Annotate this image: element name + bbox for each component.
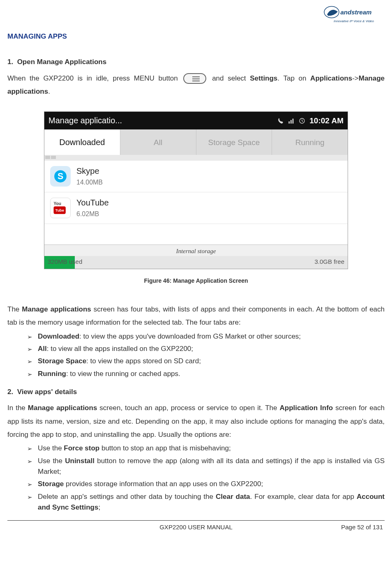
svg-rect-3 xyxy=(291,120,292,124)
svg-text:S: S xyxy=(58,172,63,182)
app-list: S Skype 14.00MB You Tube YouTube xyxy=(44,161,348,245)
clock-icon xyxy=(299,118,305,124)
embedded-screenshot: Manage applicatio... 10:02 AM Downloaded… xyxy=(44,111,348,269)
storage-used-label: 320MB used xyxy=(48,257,82,266)
footer-page-number: Page 52 of 131 xyxy=(258,522,383,532)
storage-section-label: Internal storage xyxy=(44,247,348,256)
storage-free-label: 3.0GB free xyxy=(314,257,344,266)
options-bullet-list: Use the Force stop button to stop an app… xyxy=(7,443,385,513)
phone-status-bar: Manage applicatio... 10:02 AM xyxy=(44,112,348,129)
step-1-heading: 1. Open Manage Applications xyxy=(7,57,385,67)
step-2-paragraph: In the Manage applications screen, touch… xyxy=(7,401,385,441)
section-heading: MANAGING APPS xyxy=(7,31,385,42)
step-2-heading: 2. View apps' details xyxy=(7,387,385,397)
list-item[interactable]: You Tube YouTube 6.02MB xyxy=(44,192,348,224)
tabs-bullet-list: Downloaded: to view the apps you've down… xyxy=(7,331,385,379)
list-item: Delete an app's settings and other data … xyxy=(27,491,385,513)
brand-logo: andstream Innovative IP Voice & Video xyxy=(323,4,385,24)
tab-storage-space[interactable]: Storage Space xyxy=(196,129,272,155)
logo-tagline: Innovative IP Voice & Video xyxy=(334,19,374,24)
phone-icon xyxy=(277,118,284,124)
app-tabs: Downloaded All Storage Space Running xyxy=(44,129,348,155)
app-size-label: 14.00MB xyxy=(76,178,103,188)
tab-all[interactable]: All xyxy=(120,129,196,155)
svg-text:andstream: andstream xyxy=(341,9,372,16)
page-footer: GXP2200 USER MANUAL Page 52 of 131 xyxy=(7,521,385,532)
screen-title: Manage applicatio... xyxy=(48,114,122,127)
list-item: Running: to view the running or cached a… xyxy=(27,369,385,379)
tab-downloaded[interactable]: Downloaded xyxy=(44,129,120,155)
menu-button-icon xyxy=(183,73,206,84)
footer-manual-title: GXP2200 USER MANUAL xyxy=(134,522,258,532)
list-item[interactable]: S Skype 14.00MB xyxy=(44,161,348,192)
status-tray: 10:02 AM xyxy=(277,115,344,127)
list-item: Downloaded: to view the apps you've down… xyxy=(27,331,385,342)
app-name-label: YouTube xyxy=(76,196,109,209)
app-size-label: 6.02MB xyxy=(76,209,109,219)
svg-rect-4 xyxy=(293,118,294,123)
list-item: Storage Space: to view the apps stored o… xyxy=(27,356,385,367)
step-1-paragraph: When the GXP2200 is in idle, press MENU … xyxy=(7,72,385,99)
app-name-label: Skype xyxy=(76,165,103,178)
list-item: Use the Uninstall button to remove the a… xyxy=(27,456,385,478)
tab-indicator-strip xyxy=(44,155,348,161)
svg-text:Tube: Tube xyxy=(55,208,64,212)
youtube-app-icon: You Tube xyxy=(50,198,71,218)
list-item: All: to view all the apps installed on t… xyxy=(27,344,385,354)
list-item: Storage provides storage information tha… xyxy=(27,479,385,489)
list-item: Use the Force stop button to stop an app… xyxy=(27,443,385,454)
tab-running[interactable]: Running xyxy=(272,129,348,155)
header-logo: andstream Innovative IP Voice & Video xyxy=(7,4,385,29)
svg-rect-2 xyxy=(289,121,290,123)
skype-app-icon: S xyxy=(50,166,71,187)
phone-screen: Manage applicatio... 10:02 AM Downloaded… xyxy=(44,111,348,269)
tabs-description-paragraph: The Manage applications screen has four … xyxy=(7,303,385,330)
status-time: 10:02 AM xyxy=(309,115,344,127)
grandstream-logo-icon: andstream xyxy=(323,4,385,21)
svg-text:You: You xyxy=(54,201,61,206)
signal-icon xyxy=(288,118,295,124)
figure-caption: Figure 46: Manage Application Screen xyxy=(7,277,385,286)
storage-footer: Internal storage 320MB used 3.0GB free xyxy=(44,245,348,269)
storage-usage-bar: 320MB used 3.0GB free xyxy=(44,256,348,269)
